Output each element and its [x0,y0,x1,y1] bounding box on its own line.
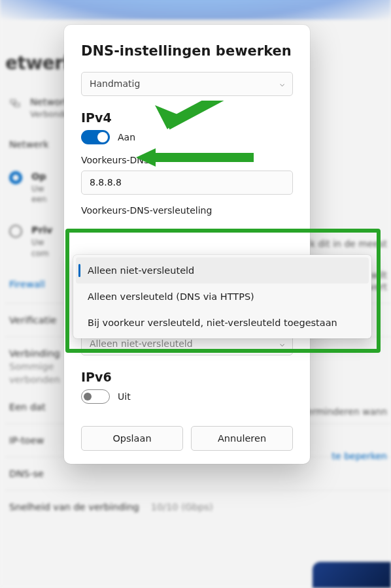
dns-enc-option-unencrypted[interactable]: Alleen niet-versleuteld [76,257,369,284]
cancel-button[interactable]: Annuleren [191,426,293,451]
ipv6-heading: IPv6 [81,370,293,384]
save-button[interactable]: Opslaan [81,426,183,451]
row-datalimiet[interactable]: Een dat [9,402,46,412]
radio-public-sub2: een [31,194,46,205]
dns-enc-option-label: Alleen niet-versleuteld [88,265,194,276]
save-button-label: Opslaan [112,433,151,444]
chevron-down-icon: ⌵ [280,339,284,348]
dns-mode-value: Handmatig [90,78,140,90]
dns-settings-dialog: DNS-instellingen bewerken Handmatig ⌵ IP… [64,25,310,464]
preferred-dns-input[interactable]: 8.8.8.8 [81,171,293,195]
ethernet-icon [9,97,21,109]
dns-enc-option-label: Alleen versleuteld (DNS via HTTPS) [88,291,254,302]
svg-rect-1 [14,103,20,106]
preferred-dns-encryption-label: Voorkeurs-DNS-versleuteling [81,205,293,216]
radio-private-sub1: Uw [31,237,52,248]
firewall-link[interactable]: Firewall [9,278,45,291]
preferred-dns-encryption-dropdown: Alleen niet-versleuteld Alleen versleute… [73,255,371,338]
alt-dns-encryption-value: Alleen niet-versleuteld [90,338,193,350]
radio-private[interactable] [9,225,22,238]
cancel-button-label: Annuleren [218,433,266,444]
radio-public[interactable] [9,171,22,184]
radio-private-sub2: com [31,248,52,259]
bg-right-slice-3: vert [369,282,387,292]
radio-public-sub1: Uw [31,184,46,195]
profile-heading: Netwerk [9,139,49,152]
preferred-dns-value: 8.8.8.8 [90,177,122,188]
svg-rect-0 [10,100,16,103]
bg-right-slice-5: te beperken [332,451,387,461]
ipv4-toggle[interactable] [81,130,110,144]
taskbar-corner [313,562,391,588]
preferred-dns-label: Voorkeurs-DNS [81,155,293,165]
dns-mode-select[interactable]: Handmatig ⌵ [81,72,293,96]
ipv4-heading: IPv4 [81,110,293,125]
speed-value: 10/10 (Gbps) [151,502,213,512]
dns-enc-option-encrypted-https[interactable]: Alleen versleuteld (DNS via HTTPS) [76,284,369,310]
bg-right-slice-2: wilt [371,270,387,280]
row-iptoew: IP-toew [9,435,44,446]
radio-private-title: Priv [31,224,52,237]
radio-public-title: Op [31,171,46,184]
chevron-down-icon: ⌵ [280,79,284,88]
ipv4-toggle-label: Aan [118,132,135,142]
dns-enc-option-label: Bij voorkeur versleuteld, niet-versleute… [88,318,337,328]
dialog-title: DNS-instellingen bewerken [81,43,293,59]
row-verificatie: Verificatie [9,315,56,325]
bg-right-slice-4: verminderen wann [301,406,387,417]
dns-enc-option-prefer-encrypted[interactable]: Bij voorkeur versleuteld, niet-versleute… [76,310,369,336]
ipv6-toggle[interactable] [81,389,110,404]
speed-key: Snelheid van de verbinding [9,502,139,512]
ipv6-toggle-label: Uit [118,391,131,402]
row-dnsse: DNS-se [9,468,44,479]
bg-right-slice-1: k dit in de meest [310,238,387,249]
